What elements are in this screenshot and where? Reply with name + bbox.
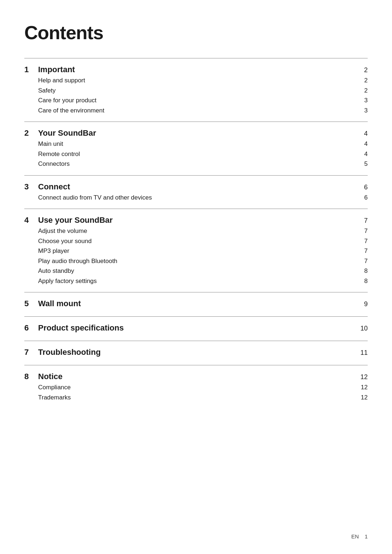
toc-main-row: 3Connect6 [24, 182, 368, 192]
section-title: Important [38, 65, 357, 74]
section-title: Troubleshooting [38, 348, 357, 357]
toc-main-row: 4Use your SoundBar7 [24, 216, 368, 225]
section-number: 8 [24, 372, 35, 381]
subsection-row: Connectors5 [38, 159, 368, 169]
subsection-row: Compliance12 [38, 383, 368, 392]
subsection-title: Auto standby [38, 266, 357, 276]
footer: EN 1 [351, 533, 368, 539]
subsection-page: 2 [357, 87, 368, 94]
subsection-row: Apply factory settings8 [38, 276, 368, 286]
subsection-page: 4 [357, 140, 368, 148]
toc-section: 8Notice12Compliance12Trademarks12 [24, 365, 368, 409]
section-page: 9 [357, 300, 368, 308]
subsection-page: 12 [357, 384, 368, 391]
section-title: Use your SoundBar [38, 216, 357, 225]
subsection-page: 6 [357, 194, 368, 201]
subsection-row: Choose your sound7 [38, 237, 368, 246]
subsection-title: Choose your sound [38, 237, 357, 246]
table-of-contents: 1Important2Help and support2Safety2Care … [24, 58, 368, 409]
section-number: 3 [24, 182, 35, 192]
section-title: Notice [38, 372, 357, 381]
subsection-page: 12 [357, 394, 368, 401]
subsection-list: Adjust the volume7Choose your sound7MP3 … [24, 226, 368, 286]
toc-section: 6Product specifications10 [24, 316, 368, 341]
section-number: 5 [24, 299, 35, 308]
subsection-row: Adjust the volume7 [38, 226, 368, 236]
section-page: 4 [357, 130, 368, 138]
subsection-title: Play audio through Bluetooth [38, 257, 357, 266]
toc-main-row: 6Product specifications10 [24, 323, 368, 333]
subsection-row: Safety2 [38, 86, 368, 95]
subsection-title: Apply factory settings [38, 276, 357, 286]
subsection-page: 3 [357, 97, 368, 104]
subsection-page: 7 [357, 238, 368, 245]
subsection-page: 2 [357, 77, 368, 84]
toc-section: 7Troubleshooting11 [24, 341, 368, 365]
toc-main-row: 7Troubleshooting11 [24, 348, 368, 357]
section-number: 6 [24, 323, 35, 333]
subsection-page: 7 [357, 258, 368, 265]
subsection-page: 4 [357, 151, 368, 158]
subsection-row: Auto standby8 [38, 266, 368, 276]
subsection-title: Main unit [38, 139, 357, 149]
toc-section: 2Your SoundBar4Main unit4Remote control4… [24, 122, 368, 175]
toc-main-row: 1Important2 [24, 65, 368, 74]
section-number: 1 [24, 65, 35, 74]
subsection-row: Main unit4 [38, 139, 368, 149]
subsection-title: MP3 player [38, 246, 357, 256]
subsection-row: Care of the environment3 [38, 106, 368, 115]
subsection-title: Safety [38, 86, 357, 95]
section-page: 7 [357, 217, 368, 225]
subsection-list: Main unit4Remote control4Connectors5 [24, 139, 368, 169]
subsection-row: Play audio through Bluetooth7 [38, 257, 368, 266]
section-page: 11 [357, 349, 368, 357]
toc-section: 1Important2Help and support2Safety2Care … [24, 58, 368, 122]
section-page: 12 [357, 373, 368, 381]
toc-section: 5Wall mount9 [24, 292, 368, 316]
subsection-title: Trademarks [38, 393, 357, 402]
subsection-title: Adjust the volume [38, 226, 357, 236]
subsection-page: 3 [357, 107, 368, 114]
footer-page-number: 1 [365, 533, 368, 539]
subsection-row: MP3 player7 [38, 246, 368, 256]
subsection-list: Connect audio from TV and other devices6 [24, 193, 368, 202]
section-number: 2 [24, 128, 35, 138]
footer-language: EN [351, 533, 359, 539]
section-title: Your SoundBar [38, 128, 357, 138]
toc-main-row: 2Your SoundBar4 [24, 128, 368, 138]
subsection-list: Compliance12Trademarks12 [24, 383, 368, 402]
section-page: 10 [357, 325, 368, 332]
subsection-row: Connect audio from TV and other devices6 [38, 193, 368, 202]
subsection-page: 8 [357, 278, 368, 285]
subsection-page: 5 [357, 160, 368, 168]
subsection-title: Help and support [38, 76, 357, 85]
subsection-title: Connect audio from TV and other devices [38, 193, 357, 202]
subsection-page: 8 [357, 267, 368, 275]
subsection-page: 7 [357, 247, 368, 255]
section-title: Wall mount [38, 299, 357, 308]
subsection-list: Help and support2Safety2Care for your pr… [24, 76, 368, 115]
subsection-title: Compliance [38, 383, 357, 392]
subsection-row: Remote control4 [38, 149, 368, 159]
subsection-page: 7 [357, 227, 368, 235]
subsection-title: Connectors [38, 159, 357, 169]
subsection-row: Trademarks12 [38, 393, 368, 402]
subsection-row: Care for your product3 [38, 96, 368, 105]
section-title: Connect [38, 182, 357, 192]
section-page: 6 [357, 184, 368, 191]
section-number: 4 [24, 216, 35, 225]
toc-section: 3Connect6Connect audio from TV and other… [24, 175, 368, 209]
section-number: 7 [24, 348, 35, 357]
section-title: Product specifications [38, 323, 357, 333]
toc-main-row: 5Wall mount9 [24, 299, 368, 308]
toc-main-row: 8Notice12 [24, 372, 368, 381]
toc-section: 4Use your SoundBar7Adjust the volume7Cho… [24, 209, 368, 292]
subsection-title: Care for your product [38, 96, 357, 105]
section-page: 2 [357, 66, 368, 74]
subsection-title: Care of the environment [38, 106, 357, 115]
page-title: Contents [24, 22, 368, 44]
subsection-row: Help and support2 [38, 76, 368, 85]
subsection-title: Remote control [38, 149, 357, 159]
